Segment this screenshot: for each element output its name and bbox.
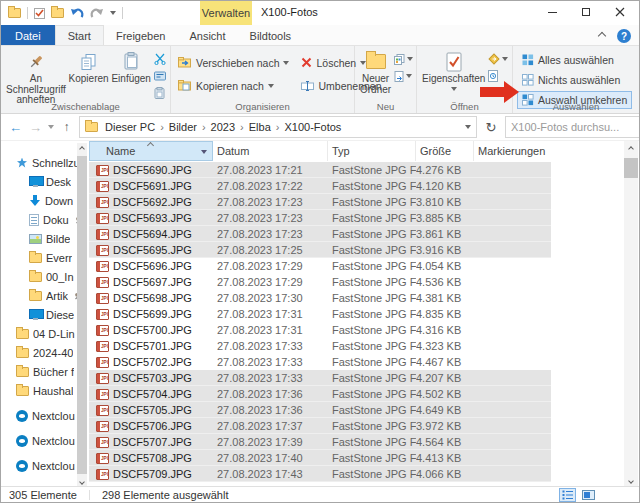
- file-row[interactable]: DSCF5707.JPG 27.08.2023 17:39 FastStone …: [89, 434, 551, 450]
- name-filter-caret-icon[interactable]: [201, 150, 207, 154]
- file-row[interactable]: DSCF5709.JPG 27.08.2023 17:43 FastStone …: [89, 466, 551, 482]
- sidebar-item[interactable]: Nextclou: [1, 406, 89, 425]
- column-header-markierungen[interactable]: Markierungen: [474, 141, 551, 161]
- breadcrumb-item[interactable]: Elba: [245, 121, 275, 133]
- sidebar-item[interactable]: 00_In: [1, 267, 89, 286]
- tab-bildtools[interactable]: Bildtools: [238, 25, 304, 45]
- file-row[interactable]: DSCF5706.JPG 27.08.2023 17:37 FastStone …: [89, 418, 551, 434]
- sidebar-item[interactable]: Doku: [1, 210, 89, 229]
- sidebar-item[interactable]: Nextclou: [1, 456, 89, 475]
- new-folder-button[interactable]: Neuer Ordner: [359, 49, 392, 97]
- file-row[interactable]: DSCF5695.JPG 27.08.2023 17:25 FastStone …: [89, 242, 551, 258]
- paste-shortcut-button[interactable]: [152, 86, 168, 100]
- file-row[interactable]: DSCF5702.JPG 27.08.2023 17:33 FastStone …: [89, 354, 551, 370]
- easy-access-button[interactable]: [392, 69, 415, 83]
- redo-icon[interactable]: [90, 7, 104, 20]
- maximize-button[interactable]: [569, 1, 603, 23]
- sidebar-item[interactable]: Bilde: [1, 229, 89, 248]
- sidebar-scrollbar[interactable]: [77, 143, 87, 488]
- tab-freigeben[interactable]: Freigeben: [104, 25, 178, 45]
- sidebar-item[interactable]: Artik: [1, 286, 89, 305]
- paste-button[interactable]: Einfügen: [110, 49, 152, 87]
- sidebar-item[interactable]: Diese: [1, 305, 89, 324]
- copy-button[interactable]: Kopieren: [67, 49, 111, 87]
- sidebar-item[interactable]: Desk: [1, 172, 89, 191]
- forward-button[interactable]: →: [28, 120, 43, 135]
- file-row[interactable]: DSCF5691.JPG 27.08.2023 17:22 FastStone …: [89, 178, 551, 194]
- file-row[interactable]: DSCF5697.JPG 27.08.2023 17:29 FastStone …: [89, 274, 551, 290]
- file-row[interactable]: DSCF5708.JPG 27.08.2023 17:40 FastStone …: [89, 450, 551, 466]
- sidebar-item[interactable]: Haushal: [1, 381, 89, 400]
- properties-button[interactable]: Eigenschaften: [421, 49, 486, 93]
- new-item-button[interactable]: [392, 52, 415, 66]
- move-to-label: Verschieben nach: [196, 57, 279, 69]
- recent-locations-caret-icon[interactable]: [48, 125, 54, 129]
- sidebar-item[interactable]: 04 D-Lin: [1, 324, 89, 343]
- sidebar-scroll-down-icon[interactable]: [80, 476, 84, 488]
- file-row[interactable]: DSCF5696.JPG 27.08.2023 17:29 FastStone …: [89, 258, 551, 274]
- sidebar-scroll-up-icon[interactable]: [80, 143, 84, 155]
- sidebar-item[interactable]: Nextclou: [1, 431, 89, 450]
- file-row[interactable]: DSCF5699.JPG 27.08.2023 17:31 FastStone …: [89, 306, 551, 322]
- status-separator: [89, 490, 90, 500]
- copy-to-button[interactable]: Kopieren nach: [175, 76, 292, 95]
- minimize-button[interactable]: [535, 1, 569, 23]
- sidebar-item[interactable]: 2024-40: [1, 343, 89, 362]
- tab-ansicht[interactable]: Ansicht: [177, 25, 237, 45]
- file-type: FastStone JPG File: [328, 372, 416, 384]
- tab-datei[interactable]: Datei: [1, 25, 55, 45]
- list-scroll-up-icon[interactable]: [624, 142, 638, 155]
- refresh-button[interactable]: ↻: [482, 120, 500, 135]
- new-folder-qat-icon[interactable]: [51, 8, 64, 18]
- breadcrumb-item[interactable]: 2023: [207, 121, 239, 133]
- large-icons-view-button[interactable]: [580, 488, 597, 502]
- column-header-name[interactable]: Name: [89, 141, 213, 161]
- column-header-groesse[interactable]: Größe: [416, 141, 474, 161]
- sidebar-item[interactable]: Bücher f: [1, 362, 89, 381]
- sidebar-item[interactable]: Schnellzu: [1, 153, 89, 172]
- file-row[interactable]: DSCF5705.JPG 27.08.2023 17:36 FastStone …: [89, 402, 551, 418]
- file-row[interactable]: DSCF5690.JPG 27.08.2023 17:21 FastStone …: [89, 162, 551, 178]
- help-icon[interactable]: ?: [617, 29, 631, 43]
- breadcrumb-item[interactable]: Dieser PC: [101, 121, 159, 133]
- search-input[interactable]: [511, 121, 640, 133]
- file-row[interactable]: DSCF5703.JPG 27.08.2023 17:33 FastStone …: [89, 370, 551, 386]
- address-dropdown-caret-icon[interactable]: [465, 125, 471, 129]
- sidebar-item[interactable]: Everr: [1, 248, 89, 267]
- sidebar-item[interactable]: Down: [1, 191, 89, 210]
- ribbon-context-verwalten[interactable]: Verwalten: [200, 1, 252, 25]
- file-row[interactable]: DSCF5693.JPG 27.08.2023 17:23 FastStone …: [89, 210, 551, 226]
- select-all-button[interactable]: Alles auswählen: [517, 51, 632, 69]
- file-row[interactable]: DSCF5694.JPG 27.08.2023 17:23 FastStone …: [89, 226, 551, 242]
- cut-button[interactable]: [152, 52, 168, 66]
- address-box[interactable]: Dieser PC › Bilder › 2023 › Elba › X100-…: [79, 116, 477, 138]
- back-button[interactable]: ←: [8, 120, 23, 135]
- properties-check-icon[interactable]: [34, 8, 45, 19]
- pin-to-quick-access-button[interactable]: An Schnellzugriff anheften: [5, 49, 67, 108]
- file-size: 4.323 KB: [416, 340, 474, 352]
- breadcrumb-item[interactable]: X100-Fotos: [280, 121, 345, 133]
- sidebar-scrollbar-thumb[interactable]: [77, 156, 87, 474]
- open-button[interactable]: [486, 52, 510, 66]
- column-header-datum[interactable]: Datum: [213, 141, 328, 161]
- collapse-ribbon-icon[interactable]: [598, 32, 606, 40]
- file-row[interactable]: DSCF5700.JPG 27.08.2023 17:31 FastStone …: [89, 322, 551, 338]
- file-row[interactable]: DSCF5692.JPG 27.08.2023 17:23 FastStone …: [89, 194, 551, 210]
- close-button[interactable]: [603, 1, 637, 23]
- up-button[interactable]: ↑: [59, 120, 74, 135]
- column-header-typ[interactable]: Typ: [328, 141, 416, 161]
- folder-icon[interactable]: [8, 8, 21, 18]
- file-row[interactable]: DSCF5698.JPG 27.08.2023 17:30 FastStone …: [89, 290, 551, 306]
- file-row[interactable]: DSCF5701.JPG 27.08.2023 17:33 FastStone …: [89, 338, 551, 354]
- move-to-button[interactable]: Verschieben nach: [175, 53, 292, 72]
- select-none-button[interactable]: Nichts auswählen: [517, 71, 632, 89]
- qat-customize-caret-icon[interactable]: [110, 11, 116, 15]
- list-scrollbar[interactable]: [624, 141, 638, 488]
- file-row[interactable]: DSCF5704.JPG 27.08.2023 17:36 FastStone …: [89, 386, 551, 402]
- breadcrumb-item[interactable]: Bilder: [165, 121, 201, 133]
- undo-icon[interactable]: [70, 7, 84, 20]
- tab-start[interactable]: Start: [55, 25, 104, 45]
- details-view-button[interactable]: [559, 488, 576, 502]
- list-scrollbar-thumb[interactable]: [624, 158, 638, 178]
- copy-path-button[interactable]: [152, 69, 168, 83]
